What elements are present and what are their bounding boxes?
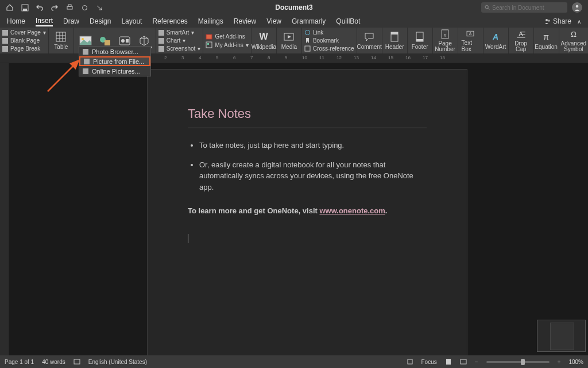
share-button[interactable]: Share bbox=[553, 17, 571, 25]
quick-access-toolbar bbox=[6, 0, 103, 15]
page-indicator[interactable]: Page 1 of 1 bbox=[5, 359, 34, 365]
zoom-out-button[interactable]: − bbox=[475, 359, 478, 365]
ruler-mark: 4 bbox=[199, 55, 201, 60]
onenote-link[interactable]: www.onenote.com bbox=[319, 206, 385, 215]
tab-view[interactable]: View bbox=[266, 17, 281, 25]
svg-text:W: W bbox=[260, 32, 269, 41]
screenshot-icon bbox=[158, 46, 164, 52]
web-layout-icon[interactable] bbox=[460, 358, 467, 365]
smartart-button[interactable]: SmartArt ▾ bbox=[158, 29, 201, 36]
heading-take-notes[interactable]: Take Notes bbox=[188, 104, 427, 128]
print-icon[interactable] bbox=[65, 3, 74, 12]
zoom-slider[interactable] bbox=[486, 361, 550, 363]
link-button[interactable]: Link bbox=[304, 29, 354, 36]
header-icon bbox=[389, 31, 400, 43]
ruler-mark: 13 bbox=[354, 55, 359, 60]
ruler-mark: 10 bbox=[302, 55, 307, 60]
page-break-button[interactable]: Page Break bbox=[2, 45, 46, 52]
chart-icon bbox=[158, 38, 164, 44]
svg-point-7 bbox=[576, 5, 579, 8]
tab-review[interactable]: Review bbox=[234, 17, 256, 25]
page-break-icon bbox=[2, 46, 8, 52]
tab-references[interactable]: References bbox=[152, 17, 187, 25]
crossref-button[interactable]: Cross-reference bbox=[304, 45, 354, 52]
ruler-mark: 3 bbox=[181, 55, 184, 60]
screenshot-button[interactable]: Screenshot ▾ bbox=[158, 45, 201, 52]
zoom-in-button[interactable]: + bbox=[558, 359, 561, 365]
media-button[interactable]: Media bbox=[277, 28, 302, 53]
tab-draw[interactable]: Draw bbox=[63, 17, 79, 25]
customize-icon[interactable] bbox=[95, 3, 103, 12]
photo-browser-item[interactable]: Photo Browser... bbox=[79, 47, 150, 56]
ruler-mark: 12 bbox=[336, 55, 342, 60]
language-indicator[interactable]: English (United States) bbox=[88, 359, 147, 365]
store-icon bbox=[206, 33, 212, 40]
bullet-list[interactable]: To take notes, just tap here and start t… bbox=[199, 140, 427, 193]
document-page[interactable]: Take Notes To take notes, just tap here … bbox=[147, 69, 467, 355]
photo-browser-icon bbox=[83, 49, 88, 55]
tab-mailings[interactable]: Mailings bbox=[198, 17, 223, 25]
redo-icon[interactable] bbox=[51, 3, 59, 12]
search-box[interactable] bbox=[481, 2, 567, 13]
shapes-icon bbox=[99, 35, 111, 47]
icons-icon bbox=[118, 35, 131, 47]
ribbon-collapse-icon[interactable]: ∧ bbox=[577, 18, 581, 25]
table-button[interactable]: Table bbox=[49, 28, 74, 53]
ruler-mark: 6 bbox=[233, 55, 235, 60]
footer-button[interactable]: Footer bbox=[408, 28, 433, 53]
page-content[interactable]: Take Notes To take notes, just tap here … bbox=[148, 70, 467, 281]
document-title: Document3 bbox=[275, 3, 312, 12]
online-pictures-item[interactable]: Online Pictures... bbox=[79, 66, 150, 76]
dropcap-button[interactable]: A Drop Cap bbox=[509, 28, 534, 53]
cover-page-button[interactable]: Cover Page ▾ bbox=[2, 29, 46, 36]
wikipedia-button[interactable]: W Wikipedia bbox=[252, 28, 277, 53]
symbol-button[interactable]: Ω Advanced Symbol bbox=[559, 28, 588, 53]
svg-rect-2 bbox=[67, 6, 72, 9]
wordart-button[interactable]: A WordArt bbox=[483, 28, 509, 53]
zoom-level[interactable]: 100% bbox=[568, 359, 583, 365]
symbol-icon: Ω bbox=[568, 29, 579, 40]
equation-button[interactable]: π Equation bbox=[534, 28, 559, 53]
bookmark-button[interactable]: Bookmark bbox=[304, 37, 354, 44]
list-item[interactable]: Or, easily create a digital notebook for… bbox=[199, 159, 427, 193]
page-canvas[interactable]: Take Notes To take notes, just tap here … bbox=[9, 63, 588, 355]
tab-quillbot[interactable]: QuillBot bbox=[336, 17, 360, 25]
tab-home[interactable]: Home bbox=[7, 17, 25, 25]
focus-icon[interactable] bbox=[407, 358, 413, 365]
page-number-button[interactable]: # Page Number bbox=[433, 28, 458, 53]
tab-design[interactable]: Design bbox=[90, 17, 111, 25]
svg-text:Ω: Ω bbox=[571, 30, 577, 39]
svg-rect-22 bbox=[126, 39, 129, 43]
spellcheck-icon[interactable] bbox=[74, 358, 80, 365]
vertical-ruler[interactable] bbox=[0, 63, 9, 355]
addins-icon bbox=[206, 41, 212, 48]
list-item[interactable]: To take notes, just tap here and start t… bbox=[199, 140, 427, 151]
comment-button[interactable]: Comment bbox=[357, 28, 382, 53]
blank-page-button[interactable]: Blank Page bbox=[2, 37, 46, 44]
my-addins-button[interactable]: My Add-ins ▾ bbox=[206, 41, 248, 49]
chart-button[interactable]: Chart ▾ bbox=[158, 37, 201, 44]
search-input[interactable] bbox=[492, 5, 564, 11]
navigation-thumbnail[interactable] bbox=[537, 320, 586, 352]
tab-grammarly[interactable]: Grammarly bbox=[292, 17, 326, 25]
undo-icon[interactable] bbox=[36, 3, 44, 12]
header-button[interactable]: Header bbox=[382, 28, 408, 53]
ribbon-tabs: Home Insert Draw Design Layout Reference… bbox=[0, 15, 588, 28]
onenote-paragraph[interactable]: To learn more and get OneNote, visit www… bbox=[188, 205, 427, 217]
focus-mode[interactable]: Focus bbox=[421, 359, 437, 365]
ruler-mark: 18 bbox=[440, 55, 445, 60]
table-icon bbox=[55, 31, 67, 43]
home-icon[interactable] bbox=[6, 3, 14, 12]
save-icon[interactable] bbox=[21, 3, 29, 12]
user-avatar[interactable] bbox=[572, 2, 582, 13]
touch-mode-icon[interactable] bbox=[80, 3, 88, 12]
tab-layout[interactable]: Layout bbox=[121, 17, 142, 25]
textbox-button[interactable]: A Text Box bbox=[458, 28, 483, 53]
word-count[interactable]: 40 words bbox=[42, 359, 65, 365]
tab-insert[interactable]: Insert bbox=[36, 17, 53, 26]
picture-from-file-item[interactable]: Picture from File... bbox=[79, 56, 150, 66]
print-layout-icon[interactable] bbox=[445, 358, 452, 365]
svg-rect-11 bbox=[56, 32, 65, 41]
svg-point-21 bbox=[121, 39, 125, 43]
get-addins-button[interactable]: Get Add-ins bbox=[206, 32, 248, 40]
